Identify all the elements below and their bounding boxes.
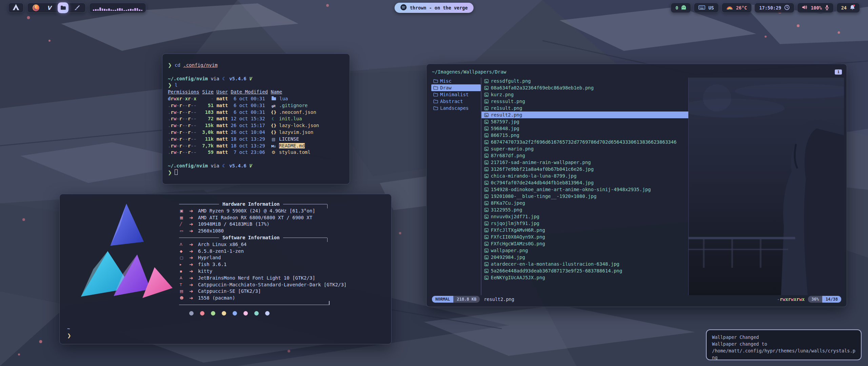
file-name: lazy-lock.json [279,123,319,128]
file-row[interactable]: EeNKYgIUcAAJ5JX.png [481,274,688,281]
prompt-tilde: ~ [67,326,71,332]
image-file-icon [484,228,489,232]
file-manager-window[interactable]: ~/Imagenes/Wallpapers/Draw 1 MiscDrawMin… [426,64,847,307]
keyboard-layout-widget[interactable]: US [694,3,718,13]
arrow-icon: ➜ [189,295,198,302]
notification-toast[interactable]: Wallpaper Changed Wallpaper changed to /… [706,329,862,360]
status-right-group: -rwxrwxrwx 36% 14/38 [777,296,841,303]
fetch-value: fish 3.6.1 [198,261,226,268]
image-file-icon [484,208,489,212]
ls-row: .rw-r--r-- 51 matt 6 oct 00:31 git .giti… [168,102,344,109]
file-row[interactable]: 5a266e448add93deab367d87173e9f25-6837886… [481,267,688,274]
file-row[interactable]: ressdfgult.png [481,78,688,84]
updates-widget[interactable]: 0 [671,3,691,13]
shell-context-line: ~/.config/nvim via ☾ v5.4.6 V [168,76,344,82]
parent-directory-pane: MiscDrawMinimalistAbstractLandscapes [427,78,481,295]
file-label: FXfcJlTXgAMvH6R.png [491,227,545,233]
file-row[interactable]: 8FKa7Cu.jpeg [481,200,688,206]
file-row[interactable]: super-mario.png [481,145,688,152]
arrow-icon: ➜ [189,282,198,288]
file-row[interactable]: kurz.png [481,91,688,98]
visualizer-bar [113,10,114,11]
visualizer-bar [132,9,134,11]
file-row[interactable]: atardecer-en-la-montanas-ilustracion-634… [481,261,688,267]
fetch-value: Catppuccin-Macchiato-Standard-Lavender-D… [198,282,347,288]
file-row[interactable]: 0c794faf07de24a4db4d4fb1eb813964.jpg [481,179,688,186]
fetch-value: Hyprland [198,255,221,261]
dock-item-brush[interactable] [73,3,81,12]
prompt-line: ❯ cd .config/nvim [168,62,344,69]
image-file-icon [484,120,489,124]
gear-icon: ⚙ [271,149,276,156]
file-row[interactable]: wallpaper.png [481,247,688,254]
file-row[interactable]: rsjqojlmjhf91.jpg [481,220,688,227]
file-row[interactable]: result2.png [481,111,688,118]
arch-logo-icon [12,4,20,12]
terminal-palette [189,311,384,316]
dock-item-firefox[interactable] [32,3,40,12]
file-row[interactable]: 217167-sad-anime-rain-wallpaper.png [481,159,688,166]
file-row[interactable]: 3126f7e9bbf21a8a4af0b67b041c6e26.jpg [481,166,688,172]
file-label: 596848.jpg [491,126,519,131]
app-launcher-button[interactable] [8,3,24,13]
dock-item-files[interactable] [58,2,68,13]
folder-icon [272,97,276,100]
weather-widget[interactable]: 26°C [722,3,752,13]
file-label: FXfcII0X0AQyn9X.png [491,234,545,240]
file-row[interactable]: 596848.jpg [481,125,688,132]
fetch-value: Arch Linux x86_64 [198,241,246,248]
file-row[interactable]: 587597.jpg [481,118,688,125]
file-row[interactable]: nnvuv0xj2df71.jpg [481,213,688,220]
file-row[interactable]: chica-mirando-la-luna-8799.jpg [481,172,688,179]
prompt-line: ❯ l [168,82,344,89]
file-label: 217167-sad-anime-rain-wallpaper.png [491,160,591,165]
file-label: chica-mirando-la-luna-8799.jpg [491,173,577,179]
terminal-window[interactable]: ❯ cd .config/nvim~/.config/nvim via ☾ v5… [162,54,350,184]
arrow-icon: ➜ [189,241,198,248]
brush-icon [74,4,80,11]
file-row[interactable]: 866715.png [481,132,688,139]
file-row[interactable]: 68747470733a2f2f696d616765732d7769786d70… [481,139,688,145]
volume-widget[interactable]: 100% [797,3,834,13]
file-name: lazyvim.json [279,129,313,135]
fetch-line: Λ➜Arch Linux x86_64 [179,241,384,248]
file-label: 3126f7e9bbf21a8a4af0b67b041c6e26.jpg [491,166,594,172]
file-row[interactable]: FXfcII0X0AQyn9X.png [481,233,688,240]
file-row[interactable]: FXfcJlTXgAMvH6R.png [481,227,688,233]
file-row[interactable]: 19201080-__blue-tinge__-1920×1080.jpg [481,193,688,200]
sidebar-folder-landscapes[interactable]: Landscapes [431,105,481,111]
fetch-window[interactable]: Hardware Information▣➜AMD Ryzen 9 5900X … [59,194,392,344]
ls-row: .rw-r--r-- 7,7k matt 18 oct 13:29 M↓ REA… [168,143,344,149]
visualizer-bar [119,8,120,11]
arrow-icon: ➜ [189,221,198,228]
visualizer-bar [108,8,110,11]
sidebar-folder-draw[interactable]: Draw [431,84,481,91]
dock-item-vim[interactable]: V [45,3,53,12]
notifications-widget[interactable]: 24 [836,3,860,13]
tab-badge[interactable]: 1 [835,69,842,75]
folder-icon [433,79,438,83]
file-label: 8FKa7Cu.jpeg [491,200,525,206]
sidebar-folder-abstract[interactable]: Abstract [431,98,481,105]
file-label: 20492984.jpg [491,255,525,260]
file-row[interactable]: 87r687df.png [481,152,688,159]
sidebar-folder-minimalist[interactable]: Minimalist [431,91,481,98]
fetch-line: ☻➜1558 (pacman) [179,295,384,302]
sidebar-folder-misc[interactable]: Misc [431,78,481,84]
file-row[interactable]: resssult.png [481,98,688,105]
ls-row: .rw-r--r-- 3,0k matt 26 oct 10:04 {} laz… [168,129,344,136]
visualizer-bar [95,9,96,11]
file-row[interactable]: re1sult.png [481,105,688,111]
file-label: rsjqojlmjhf91.jpg [491,221,539,226]
file-row[interactable]: 3122955.png [481,206,688,213]
image-file-icon [484,93,489,97]
file-row[interactable]: 08a634fa02a32364f69ebc86a98eb1eb.png [481,84,688,91]
now-playing-widget[interactable]: thrown - on the verge [395,3,474,13]
file-row[interactable]: FXfcHgcWIAMzs0G.png [481,240,688,247]
visualizer-bar [123,10,125,11]
clock-widget[interactable]: 17:50:29 [754,3,794,13]
file-row[interactable]: 20492984.jpg [481,254,688,261]
file-row[interactable]: 154928-odinokoe_anime-art-anime-okno-sin… [481,186,688,193]
top-bar: V thrown - on the verge 0 US 26°C [0,3,868,14]
file-name: stylua.toml [279,149,311,155]
